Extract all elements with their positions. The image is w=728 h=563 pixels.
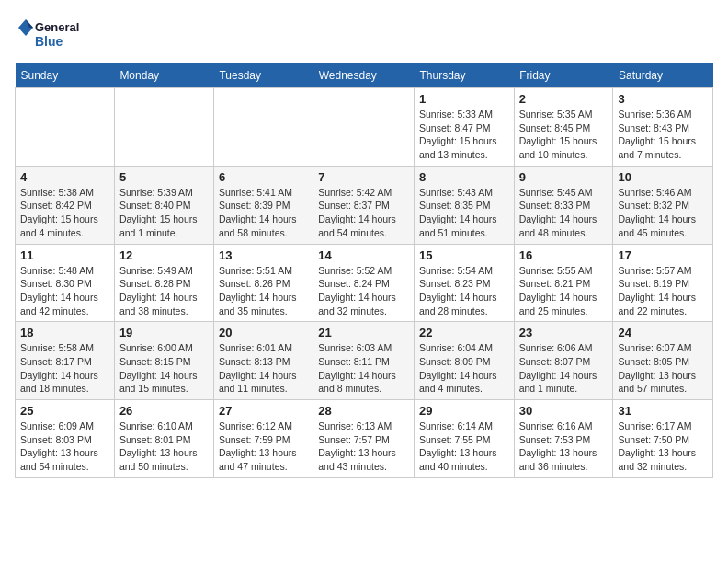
- calendar-cell: 3Sunrise: 5:36 AM Sunset: 8:43 PM Daylig…: [613, 88, 713, 167]
- day-info: Sunrise: 5:55 AM Sunset: 8:21 PM Dayligh…: [519, 264, 609, 318]
- calendar-cell: 29Sunrise: 6:14 AM Sunset: 7:55 PM Dayli…: [414, 400, 514, 478]
- calendar-cell: 13Sunrise: 5:51 AM Sunset: 8:26 PM Dayli…: [213, 244, 313, 322]
- day-info: Sunrise: 5:41 AM Sunset: 8:39 PM Dayligh…: [219, 186, 308, 240]
- calendar-cell: 1Sunrise: 5:33 AM Sunset: 8:47 PM Daylig…: [414, 88, 514, 167]
- calendar-table: SundayMondayTuesdayWednesdayThursdayFrid…: [15, 63, 713, 478]
- day-number: 21: [318, 326, 409, 339]
- day-number: 5: [119, 170, 209, 184]
- day-info: Sunrise: 6:12 AM Sunset: 7:59 PM Dayligh…: [219, 419, 308, 474]
- calendar-cell: 20Sunrise: 6:01 AM Sunset: 8:13 PM Dayli…: [213, 322, 313, 400]
- day-info: Sunrise: 5:36 AM Sunset: 8:43 PM Dayligh…: [618, 108, 708, 162]
- day-info: Sunrise: 5:49 AM Sunset: 8:28 PM Dayligh…: [119, 264, 209, 318]
- day-number: 9: [519, 170, 609, 184]
- calendar-cell: 19Sunrise: 6:00 AM Sunset: 8:15 PM Dayli…: [114, 322, 213, 400]
- weekday-header-wednesday: Wednesday: [313, 63, 415, 88]
- day-number: 11: [20, 248, 109, 262]
- day-info: Sunrise: 5:43 AM Sunset: 8:35 PM Dayligh…: [419, 186, 509, 240]
- day-number: 12: [119, 248, 209, 262]
- day-info: Sunrise: 6:14 AM Sunset: 7:55 PM Dayligh…: [419, 419, 509, 474]
- calendar-cell: [114, 88, 213, 167]
- day-number: 28: [318, 404, 409, 418]
- calendar-cell: 22Sunrise: 6:04 AM Sunset: 8:09 PM Dayli…: [414, 322, 514, 400]
- calendar-cell: 23Sunrise: 6:06 AM Sunset: 8:07 PM Dayli…: [514, 322, 613, 400]
- day-number: 31: [618, 404, 708, 418]
- day-info: Sunrise: 6:04 AM Sunset: 8:09 PM Dayligh…: [419, 341, 509, 396]
- calendar-cell: 8Sunrise: 5:43 AM Sunset: 8:35 PM Daylig…: [414, 166, 514, 244]
- day-info: Sunrise: 6:13 AM Sunset: 7:57 PM Dayligh…: [318, 419, 409, 474]
- day-number: 29: [419, 404, 509, 418]
- day-info: Sunrise: 6:17 AM Sunset: 7:50 PM Dayligh…: [618, 419, 708, 474]
- day-number: 6: [219, 170, 308, 184]
- calendar-cell: 24Sunrise: 6:07 AM Sunset: 8:05 PM Dayli…: [613, 322, 713, 400]
- calendar-cell: [213, 88, 313, 167]
- day-info: Sunrise: 5:51 AM Sunset: 8:26 PM Dayligh…: [219, 264, 308, 318]
- svg-text:Blue: Blue: [35, 34, 63, 49]
- day-number: 4: [20, 170, 109, 184]
- calendar-cell: 5Sunrise: 5:39 AM Sunset: 8:40 PM Daylig…: [114, 166, 213, 244]
- day-number: 15: [419, 248, 509, 262]
- day-number: 3: [618, 92, 708, 106]
- day-number: 22: [419, 326, 509, 339]
- day-number: 2: [519, 92, 609, 106]
- day-number: 18: [20, 326, 109, 339]
- day-info: Sunrise: 6:01 AM Sunset: 8:13 PM Dayligh…: [219, 341, 308, 396]
- day-number: 16: [519, 248, 609, 262]
- svg-text:General: General: [35, 20, 79, 34]
- weekday-header-tuesday: Tuesday: [213, 63, 313, 88]
- calendar-cell: 21Sunrise: 6:03 AM Sunset: 8:11 PM Dayli…: [313, 322, 415, 400]
- day-info: Sunrise: 5:54 AM Sunset: 8:23 PM Dayligh…: [419, 264, 509, 318]
- calendar-cell: 30Sunrise: 6:16 AM Sunset: 7:53 PM Dayli…: [514, 400, 613, 478]
- day-number: 17: [618, 248, 708, 262]
- day-info: Sunrise: 5:48 AM Sunset: 8:30 PM Dayligh…: [20, 264, 109, 318]
- day-number: 25: [20, 404, 109, 418]
- day-number: 13: [219, 248, 308, 262]
- day-info: Sunrise: 5:57 AM Sunset: 8:19 PM Dayligh…: [618, 264, 708, 318]
- weekday-header-sunday: Sunday: [16, 63, 115, 88]
- day-number: 19: [119, 326, 209, 339]
- calendar-cell: 4Sunrise: 5:38 AM Sunset: 8:42 PM Daylig…: [16, 166, 115, 244]
- calendar-cell: 9Sunrise: 5:45 AM Sunset: 8:33 PM Daylig…: [514, 166, 613, 244]
- weekday-header-monday: Monday: [114, 63, 213, 88]
- calendar-cell: 14Sunrise: 5:52 AM Sunset: 8:24 PM Dayli…: [313, 244, 415, 322]
- calendar-cell: 15Sunrise: 5:54 AM Sunset: 8:23 PM Dayli…: [414, 244, 514, 322]
- weekday-header-saturday: Saturday: [613, 63, 713, 88]
- calendar-cell: 10Sunrise: 5:46 AM Sunset: 8:32 PM Dayli…: [613, 166, 713, 244]
- day-number: 14: [318, 248, 409, 262]
- day-info: Sunrise: 5:58 AM Sunset: 8:17 PM Dayligh…: [20, 341, 109, 396]
- calendar-cell: 18Sunrise: 5:58 AM Sunset: 8:17 PM Dayli…: [16, 322, 115, 400]
- calendar-cell: 17Sunrise: 5:57 AM Sunset: 8:19 PM Dayli…: [613, 244, 713, 322]
- calendar-cell: 26Sunrise: 6:10 AM Sunset: 8:01 PM Dayli…: [114, 400, 213, 478]
- day-info: Sunrise: 6:09 AM Sunset: 8:03 PM Dayligh…: [20, 419, 109, 474]
- day-info: Sunrise: 5:42 AM Sunset: 8:37 PM Dayligh…: [318, 186, 409, 240]
- calendar-cell: 16Sunrise: 5:55 AM Sunset: 8:21 PM Dayli…: [514, 244, 613, 322]
- day-number: 1: [419, 92, 509, 106]
- day-info: Sunrise: 5:45 AM Sunset: 8:33 PM Dayligh…: [519, 186, 609, 240]
- day-number: 23: [519, 326, 609, 339]
- day-info: Sunrise: 5:33 AM Sunset: 8:47 PM Dayligh…: [419, 108, 509, 162]
- logo: General Blue: [15, 15, 88, 56]
- day-number: 10: [618, 170, 708, 184]
- calendar-cell: 28Sunrise: 6:13 AM Sunset: 7:57 PM Dayli…: [313, 400, 415, 478]
- day-info: Sunrise: 5:46 AM Sunset: 8:32 PM Dayligh…: [618, 186, 708, 240]
- day-info: Sunrise: 5:39 AM Sunset: 8:40 PM Dayligh…: [119, 186, 209, 240]
- calendar-cell: [16, 88, 115, 167]
- day-info: Sunrise: 6:03 AM Sunset: 8:11 PM Dayligh…: [318, 341, 409, 396]
- calendar-cell: 12Sunrise: 5:49 AM Sunset: 8:28 PM Dayli…: [114, 244, 213, 322]
- day-info: Sunrise: 6:07 AM Sunset: 8:05 PM Dayligh…: [618, 341, 708, 396]
- day-info: Sunrise: 5:35 AM Sunset: 8:45 PM Dayligh…: [519, 108, 609, 162]
- calendar-cell: 6Sunrise: 5:41 AM Sunset: 8:39 PM Daylig…: [213, 166, 313, 244]
- day-info: Sunrise: 6:06 AM Sunset: 8:07 PM Dayligh…: [519, 341, 609, 396]
- day-info: Sunrise: 5:52 AM Sunset: 8:24 PM Dayligh…: [318, 264, 409, 318]
- logo-svg: General Blue: [15, 15, 88, 56]
- calendar-cell: 27Sunrise: 6:12 AM Sunset: 7:59 PM Dayli…: [213, 400, 313, 478]
- day-info: Sunrise: 6:10 AM Sunset: 8:01 PM Dayligh…: [119, 419, 209, 474]
- day-number: 30: [519, 404, 609, 418]
- header: General Blue: [15, 15, 713, 56]
- calendar-cell: 2Sunrise: 5:35 AM Sunset: 8:45 PM Daylig…: [514, 88, 613, 167]
- day-number: 7: [318, 170, 409, 184]
- calendar-cell: 11Sunrise: 5:48 AM Sunset: 8:30 PM Dayli…: [16, 244, 115, 322]
- day-number: 27: [219, 404, 308, 418]
- day-info: Sunrise: 6:00 AM Sunset: 8:15 PM Dayligh…: [119, 341, 209, 396]
- calendar-cell: 25Sunrise: 6:09 AM Sunset: 8:03 PM Dayli…: [16, 400, 115, 478]
- calendar-cell: 7Sunrise: 5:42 AM Sunset: 8:37 PM Daylig…: [313, 166, 415, 244]
